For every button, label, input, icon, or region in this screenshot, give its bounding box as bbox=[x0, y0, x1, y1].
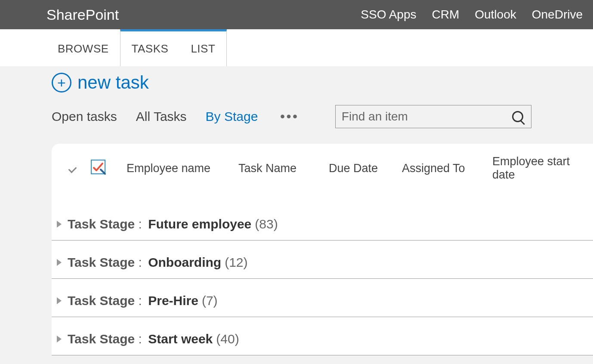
ribbon-tab-list[interactable]: LIST bbox=[179, 31, 226, 66]
group-label-key: Task Stage bbox=[68, 293, 135, 308]
view-open-tasks[interactable]: Open tasks bbox=[52, 109, 117, 124]
search-input[interactable] bbox=[342, 110, 512, 123]
page-body: + new task Open tasks All Tasks By Stage… bbox=[0, 66, 593, 364]
ribbon-tabgroup-tasks: TASKS LIST bbox=[120, 29, 227, 66]
group-colon: : bbox=[135, 217, 145, 231]
ribbon-tab-tasks[interactable]: TASKS bbox=[120, 31, 180, 66]
suite-link-outlook[interactable]: Outlook bbox=[475, 8, 516, 22]
group-label-key: Task Stage bbox=[68, 217, 135, 231]
expand-triangle-icon bbox=[57, 297, 62, 304]
content: + new task Open tasks All Tasks By Stage… bbox=[0, 72, 593, 355]
column-employee-name[interactable]: Employee name bbox=[127, 162, 238, 175]
suite-link-onedrive[interactable]: OneDrive bbox=[532, 8, 583, 22]
group-row-future-employee[interactable]: Task Stage : Future employee (83) bbox=[52, 194, 593, 241]
checkmark-icon bbox=[69, 164, 80, 172]
search-box[interactable] bbox=[335, 105, 531, 128]
group-count: (40) bbox=[216, 332, 239, 346]
group-row-pre-hire[interactable]: Task Stage : Pre-Hire (7) bbox=[52, 279, 593, 317]
group-value: Future employee bbox=[148, 217, 251, 231]
views-row: Open tasks All Tasks By Stage ••• bbox=[52, 105, 593, 128]
task-list-icon bbox=[90, 158, 107, 179]
view-by-stage[interactable]: By Stage bbox=[206, 109, 258, 124]
expand-triangle-icon bbox=[57, 221, 62, 228]
group-count: (83) bbox=[255, 217, 278, 231]
column-task-name[interactable]: Task Name bbox=[238, 162, 329, 175]
group-colon: : bbox=[135, 255, 145, 270]
column-due-date[interactable]: Due Date bbox=[329, 162, 402, 175]
column-employee-start-date[interactable]: Employee start date bbox=[492, 155, 583, 182]
search-icon[interactable] bbox=[512, 111, 523, 122]
new-task-label: new task bbox=[77, 72, 149, 93]
group-count: (12) bbox=[225, 255, 247, 270]
group-colon: : bbox=[135, 293, 145, 308]
list-container: Employee name Task Name Due Date Assigne… bbox=[52, 144, 593, 355]
expand-triangle-icon bbox=[57, 336, 62, 342]
group-value: Start week bbox=[148, 332, 213, 346]
group-value: Onboarding bbox=[148, 255, 221, 270]
ribbon-tab-browse[interactable]: BROWSE bbox=[46, 29, 120, 66]
list-header: Employee name Task Name Due Date Assigne… bbox=[52, 155, 593, 194]
column-assigned-to[interactable]: Assigned To bbox=[402, 162, 492, 175]
ribbon: BROWSE TASKS LIST bbox=[0, 29, 593, 66]
group-row-onboarding[interactable]: Task Stage : Onboarding (12) bbox=[52, 241, 593, 279]
suite-link-sso-apps[interactable]: SSO Apps bbox=[361, 8, 416, 22]
group-label-key: Task Stage bbox=[68, 255, 135, 270]
suite-title: SharePoint bbox=[46, 6, 119, 23]
expand-triangle-icon bbox=[57, 259, 62, 266]
group-value: Pre-Hire bbox=[148, 293, 198, 308]
suite-links: SSO Apps CRM Outlook OneDrive bbox=[361, 8, 583, 22]
group-label-key: Task Stage bbox=[68, 332, 135, 346]
column-task-type[interactable] bbox=[88, 158, 127, 179]
suite-bar: SharePoint SSO Apps CRM Outlook OneDrive bbox=[0, 0, 593, 29]
group-colon: : bbox=[135, 332, 145, 346]
view-all-tasks[interactable]: All Tasks bbox=[136, 109, 187, 124]
column-select-all[interactable] bbox=[62, 164, 88, 172]
suite-link-crm[interactable]: CRM bbox=[432, 8, 459, 22]
group-row-start-week[interactable]: Task Stage : Start week (40) bbox=[52, 317, 593, 355]
group-count: (7) bbox=[202, 293, 218, 308]
plus-circle-icon: + bbox=[52, 73, 71, 93]
views-more-icon[interactable]: ••• bbox=[280, 109, 299, 124]
new-task-button[interactable]: + new task bbox=[52, 72, 593, 93]
